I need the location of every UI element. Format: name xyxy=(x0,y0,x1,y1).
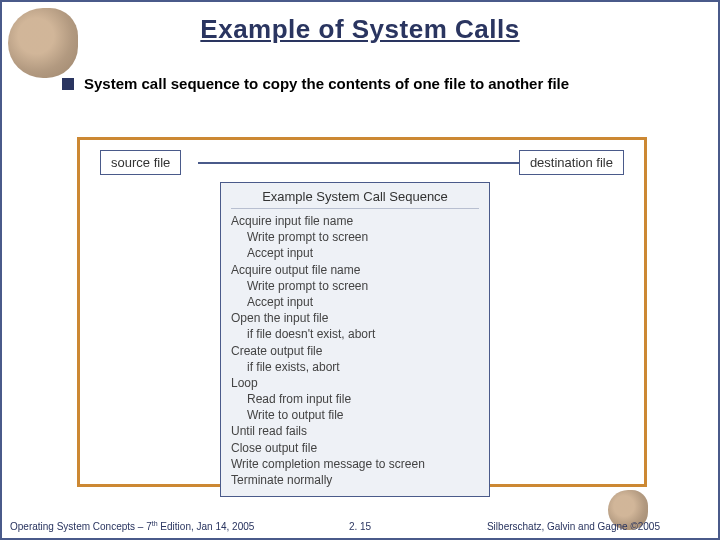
syscall-line: Accept input xyxy=(231,245,479,261)
syscall-line: Create output file xyxy=(231,343,479,359)
syscall-line: Open the input file xyxy=(231,310,479,326)
bullet-item: System call sequence to copy the content… xyxy=(62,75,718,92)
syscall-line: Read from input file xyxy=(231,391,479,407)
footer-left: Operating System Concepts – 7th Edition,… xyxy=(10,520,254,532)
syscall-line: Accept input xyxy=(231,294,479,310)
footer-year: 2005 xyxy=(638,521,660,532)
slide-title: Example of System Calls xyxy=(2,2,718,45)
syscall-line: if file doesn't exist, abort xyxy=(231,326,479,342)
footer-book-suffix: Edition, Jan 14, 2005 xyxy=(158,521,255,532)
destination-file-box: destination file xyxy=(519,150,624,175)
footer-page-number: 2. 15 xyxy=(349,521,371,532)
dinosaur-icon xyxy=(8,8,78,78)
syscall-line: Until read fails xyxy=(231,423,479,439)
arrow-line xyxy=(198,162,526,164)
syscall-line: Acquire output file name xyxy=(231,262,479,278)
copyright-icon: © xyxy=(630,521,637,532)
footer-right: Silberschatz, Galvin and Gagne ©2005 xyxy=(487,521,710,532)
syscall-line: if file exists, abort xyxy=(231,359,479,375)
syscall-box-title: Example System Call Sequence xyxy=(231,189,479,209)
source-file-box: source file xyxy=(100,150,181,175)
syscall-line: Write completion message to screen xyxy=(231,456,479,472)
square-bullet-icon xyxy=(62,78,74,90)
syscall-line: Write prompt to screen xyxy=(231,278,479,294)
footer-authors: Silberschatz, Galvin and Gagne xyxy=(487,521,630,532)
syscall-line: Terminate normally xyxy=(231,472,479,488)
syscall-line: Loop xyxy=(231,375,479,391)
slide-footer: Operating System Concepts – 7th Edition,… xyxy=(10,520,710,532)
bullet-text: System call sequence to copy the content… xyxy=(84,75,569,92)
syscall-line: Write to output file xyxy=(231,407,479,423)
diagram-frame: source file destination file Example Sys… xyxy=(77,137,647,487)
syscall-sequence-box: Example System Call Sequence Acquire inp… xyxy=(220,182,490,497)
footer-book-prefix: Operating System Concepts – 7 xyxy=(10,521,152,532)
syscall-line: Acquire input file name xyxy=(231,213,479,229)
syscall-line: Write prompt to screen xyxy=(231,229,479,245)
slide-container: Example of System Calls System call sequ… xyxy=(0,0,720,540)
dinosaur-logo-top xyxy=(8,8,78,78)
syscall-line: Close output file xyxy=(231,440,479,456)
